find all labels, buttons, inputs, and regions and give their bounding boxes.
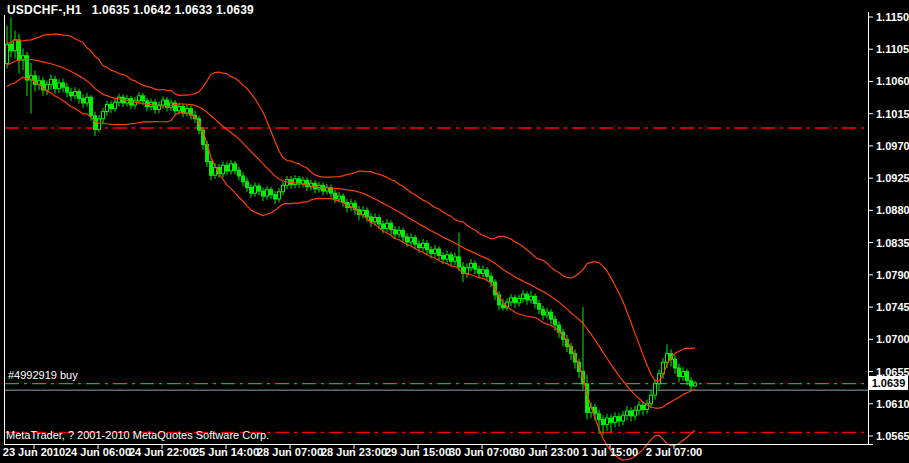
- candle-body: [538, 303, 541, 309]
- candle-body: [362, 210, 365, 214]
- chart-title: USDCHF-,H11.0635 1.0642 1.0633 1.0639: [7, 3, 254, 17]
- candle-body: [618, 417, 621, 421]
- candle-body: [674, 359, 677, 368]
- candle-body: [490, 276, 493, 282]
- candle-body: [274, 195, 277, 199]
- candle-body: [102, 112, 105, 119]
- candle-body: [478, 269, 481, 273]
- candle-body: [242, 176, 245, 182]
- candle-body: [526, 294, 529, 300]
- candle-body: [230, 164, 233, 171]
- time-axis-label: 28 Jun 23:00: [321, 446, 387, 458]
- time-axis-label: 30 Jun 23:00: [513, 446, 579, 458]
- price-axis-label: 1.0790: [876, 269, 909, 281]
- candle-body: [602, 420, 605, 425]
- chart-canvas[interactable]: 1.11501.11051.10601.10151.09701.09251.08…: [0, 0, 909, 463]
- candle-body: [522, 294, 525, 298]
- candle-body: [466, 268, 469, 274]
- price-axis-label: 1.0565: [876, 430, 909, 442]
- candle-body: [406, 237, 409, 242]
- candle-body: [666, 354, 669, 363]
- candle-body: [546, 312, 549, 315]
- candle-body: [606, 418, 609, 424]
- candle-body: [58, 83, 61, 89]
- candle-body: [18, 40, 21, 60]
- candle-body: [518, 298, 521, 302]
- candle-body: [266, 190, 269, 196]
- time-axis-label: 23 Jun 2010: [3, 446, 65, 458]
- candle-body: [282, 185, 285, 191]
- candle-body: [554, 319, 557, 325]
- candle-body: [294, 179, 297, 185]
- candle-body: [46, 84, 49, 90]
- candle-body: [418, 244, 421, 248]
- candle-body: [654, 384, 657, 395]
- time-axis-label: 24 Jun 06:00: [65, 446, 131, 458]
- price-axis-label: 1.0970: [876, 140, 909, 152]
- candle-body: [10, 44, 13, 50]
- candle-body: [366, 210, 369, 216]
- candle-body: [454, 257, 457, 261]
- candle-body: [258, 186, 261, 191]
- candle-body: [690, 381, 693, 386]
- price-axis-label: 1.1060: [876, 75, 909, 87]
- candle-body: [678, 368, 681, 377]
- candle-body: [278, 192, 281, 199]
- candle-body: [402, 230, 405, 236]
- candle-body: [434, 249, 437, 253]
- candle-body: [262, 191, 265, 196]
- price-axis-label: 1.0610: [876, 398, 909, 410]
- candle-body: [686, 372, 689, 381]
- candle-body: [502, 305, 505, 308]
- copyright-text: MetaTrader, ? 2001-2010 MetaQuotes Softw…: [6, 429, 269, 441]
- candle-body: [238, 170, 241, 176]
- candle-body: [622, 415, 625, 421]
- candle-body: [470, 263, 473, 267]
- candle-body: [542, 309, 545, 315]
- candle-body: [14, 40, 17, 51]
- time-axis-label: 29 Jun 15:00: [385, 446, 451, 458]
- candle-body: [682, 372, 685, 377]
- candle-body: [74, 91, 77, 95]
- candle-body: [446, 255, 449, 259]
- candle-body: [398, 230, 401, 234]
- candle-body: [378, 218, 381, 224]
- candle-body: [422, 243, 425, 247]
- candle-body: [62, 83, 65, 87]
- candle-body: [138, 96, 141, 101]
- bollinger-lower-band: [7, 77, 695, 460]
- price-axis-label: 1.0925: [876, 172, 909, 184]
- candle-body: [94, 116, 97, 130]
- candle-body: [70, 92, 73, 96]
- candle-body: [514, 298, 517, 303]
- candle-body: [634, 410, 637, 416]
- candle-body: [118, 97, 121, 102]
- current-price-box: 1.0639: [869, 376, 908, 390]
- candle-body: [638, 405, 641, 410]
- candle-body: [374, 218, 377, 222]
- candle-body: [246, 182, 249, 188]
- candle-body: [442, 256, 445, 260]
- candle-body: [178, 107, 181, 111]
- candle-body: [694, 383, 697, 386]
- candle-body: [142, 96, 145, 101]
- price-axis-label: 1.0700: [876, 333, 909, 345]
- candle-body: [630, 411, 633, 416]
- candle-body: [650, 395, 653, 404]
- candle-body: [394, 230, 397, 234]
- chart-title-ohlc: 1.0635 1.0642 1.0633 1.0639: [92, 3, 254, 17]
- price-axis-label: 1.1015: [876, 108, 909, 120]
- price-axis-label: 1.0745: [876, 301, 909, 313]
- candle-body: [66, 87, 69, 92]
- bollinger-middle-band: [7, 59, 695, 408]
- candle-body: [550, 312, 553, 319]
- candle-body: [430, 250, 433, 254]
- candle-body: [530, 296, 533, 300]
- time-axis-label: 25 Jun 14:00: [193, 446, 259, 458]
- price-axis-label: 1.1150: [876, 11, 909, 23]
- order-label: #4992919 buy: [8, 369, 78, 381]
- candle-body: [334, 193, 337, 199]
- candle-body: [6, 44, 9, 63]
- candle-body: [482, 270, 485, 274]
- candle-body: [234, 164, 237, 170]
